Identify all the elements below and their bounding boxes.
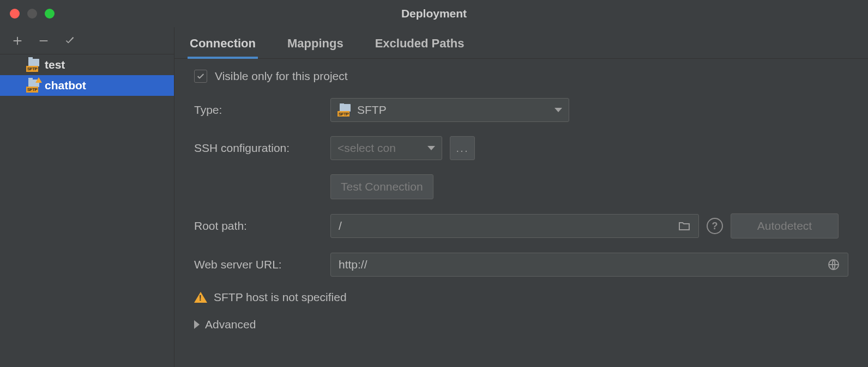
add-server-button[interactable] [10, 33, 25, 48]
server-item-label: test [45, 58, 65, 71]
checkmark-icon [196, 72, 205, 81]
set-default-button[interactable] [62, 33, 77, 48]
visible-only-checkbox[interactable] [194, 70, 207, 83]
web-url-value: http:// [339, 258, 827, 271]
check-icon [64, 35, 76, 47]
sftp-icon: SFTP [337, 104, 352, 116]
advanced-label: Advanced [205, 318, 256, 331]
warning-icon [194, 292, 207, 303]
web-url-label: Web server URL: [194, 258, 330, 271]
autodetect-button[interactable]: Autodetect [731, 213, 839, 238]
ssh-config-label: SSH configuration: [194, 142, 330, 155]
chevron-down-icon [554, 108, 562, 112]
window-title: Deployment [0, 7, 868, 20]
warning-row: SFTP host is not specified [194, 291, 848, 304]
folder-icon[interactable] [678, 219, 691, 233]
sftp-icon: SFTP [26, 59, 40, 71]
root-path-value: / [339, 219, 678, 233]
server-item-test[interactable]: SFTP test [0, 54, 174, 75]
ssh-config-browse-button[interactable]: ... [450, 136, 475, 160]
tab-connection[interactable]: Connection [188, 30, 258, 58]
root-path-label: Root path: [194, 219, 330, 233]
plus-icon [11, 35, 23, 47]
sftp-icon: SFTP [26, 79, 40, 91]
server-list: SFTP test SFTP chatbot [0, 54, 174, 367]
titlebar: Deployment [0, 0, 868, 27]
type-value: SFTP [357, 103, 387, 117]
test-connection-button[interactable]: Test Connection [330, 174, 433, 199]
tab-mappings[interactable]: Mappings [285, 30, 346, 58]
ssh-config-placeholder: <select con [337, 142, 396, 155]
web-url-input[interactable]: http:// [330, 253, 848, 277]
triangle-right-icon [194, 320, 200, 329]
root-path-input[interactable]: / [330, 214, 699, 238]
ssh-config-dropdown[interactable]: <select con [330, 136, 442, 160]
server-item-label: chatbot [45, 79, 86, 92]
content-pane: Connection Mappings Excluded Paths Visib… [174, 27, 868, 367]
root-path-help-icon[interactable]: ? [707, 218, 723, 234]
server-item-chatbot[interactable]: SFTP chatbot [0, 75, 174, 96]
connection-form: Visible only for this project Type: SFTP… [174, 59, 868, 342]
type-dropdown[interactable]: SFTP SFTP [330, 98, 569, 122]
main-layout: SFTP test SFTP chatbot Connection Mappin… [0, 27, 868, 367]
visible-only-label: Visible only for this project [215, 70, 348, 83]
advanced-section-toggle[interactable]: Advanced [194, 318, 848, 331]
globe-icon[interactable] [827, 258, 840, 271]
remove-server-button[interactable] [36, 33, 51, 48]
visible-only-row: Visible only for this project [194, 70, 848, 83]
minus-icon [38, 35, 50, 47]
tab-bar: Connection Mappings Excluded Paths [174, 27, 868, 59]
chevron-down-icon [427, 146, 435, 150]
sidebar-toolbar [0, 27, 174, 54]
warning-text: SFTP host is not specified [214, 291, 347, 304]
type-label: Type: [194, 103, 330, 117]
sidebar: SFTP test SFTP chatbot [0, 27, 174, 367]
tab-excluded-paths[interactable]: Excluded Paths [373, 30, 467, 58]
